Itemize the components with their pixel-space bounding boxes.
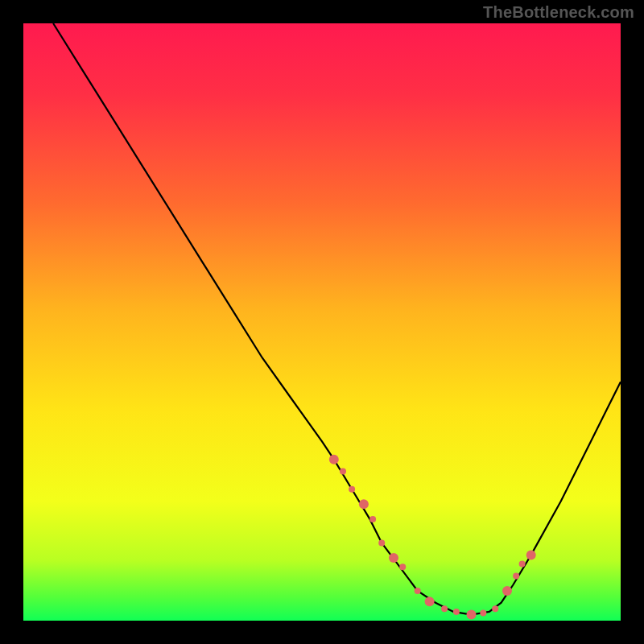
- data-marker: [415, 588, 421, 594]
- data-marker: [378, 540, 385, 547]
- data-marker: [526, 550, 536, 559]
- data-marker: [519, 561, 526, 568]
- data-marker: [399, 564, 406, 570]
- data-marker: [359, 499, 369, 509]
- data-marker: [513, 572, 519, 579]
- chart-stage: TheBottleneck.com: [0, 0, 644, 644]
- data-marker: [492, 605, 498, 612]
- data-marker: [441, 605, 448, 612]
- data-marker: [480, 609, 486, 616]
- data-marker: [425, 597, 435, 606]
- data-marker: [340, 469, 346, 475]
- bottleneck-chart: [0, 0, 644, 644]
- data-marker: [389, 553, 398, 563]
- data-marker: [453, 609, 460, 615]
- watermark-text: TheBottleneck.com: [483, 3, 634, 22]
- gradient-background: [23, 23, 621, 621]
- data-marker: [369, 516, 376, 522]
- data-marker: [349, 486, 355, 493]
- data-marker: [502, 586, 512, 596]
- data-marker: [329, 455, 339, 464]
- data-marker: [467, 610, 477, 620]
